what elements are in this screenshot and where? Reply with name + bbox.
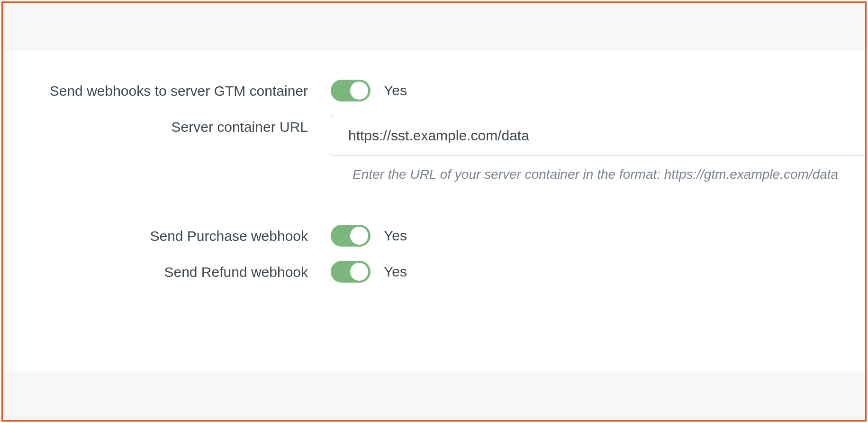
settings-panel: Send webhooks to server GTM container Ye… xyxy=(1,1,867,422)
send-refund-control: Yes xyxy=(331,261,865,283)
send-refund-label: Send Refund webhook xyxy=(3,261,331,284)
panel-content: Send webhooks to server GTM container Ye… xyxy=(3,51,865,372)
send-webhooks-toggle[interactable] xyxy=(331,80,371,101)
send-refund-toggle[interactable] xyxy=(331,261,371,283)
send-purchase-row: Send Purchase webhook Yes xyxy=(3,225,865,248)
send-webhooks-label: Send webhooks to server GTM container xyxy=(3,80,331,102)
send-refund-state: Yes xyxy=(384,264,407,280)
server-url-input[interactable] xyxy=(331,116,865,156)
toggle-knob xyxy=(350,263,368,281)
server-url-row: Server container URL xyxy=(3,116,865,156)
send-purchase-control: Yes xyxy=(331,225,865,247)
toggle-knob xyxy=(350,227,368,245)
server-url-control xyxy=(331,116,865,156)
server-url-help-row: Enter the URL of your server container i… xyxy=(3,159,865,182)
send-purchase-state: Yes xyxy=(384,228,407,244)
send-purchase-toggle[interactable] xyxy=(331,225,371,247)
send-webhooks-state: Yes xyxy=(384,83,407,99)
panel-header-bar xyxy=(3,3,865,51)
server-url-help-text: Enter the URL of your server container i… xyxy=(331,159,865,182)
toggle-knob xyxy=(350,82,368,100)
send-purchase-label: Send Purchase webhook xyxy=(3,225,331,248)
send-webhooks-row: Send webhooks to server GTM container Ye… xyxy=(3,80,865,102)
panel-footer-bar xyxy=(3,372,865,420)
server-url-label: Server container URL xyxy=(3,116,331,138)
send-webhooks-control: Yes xyxy=(331,80,865,101)
send-refund-row: Send Refund webhook Yes xyxy=(3,261,865,284)
